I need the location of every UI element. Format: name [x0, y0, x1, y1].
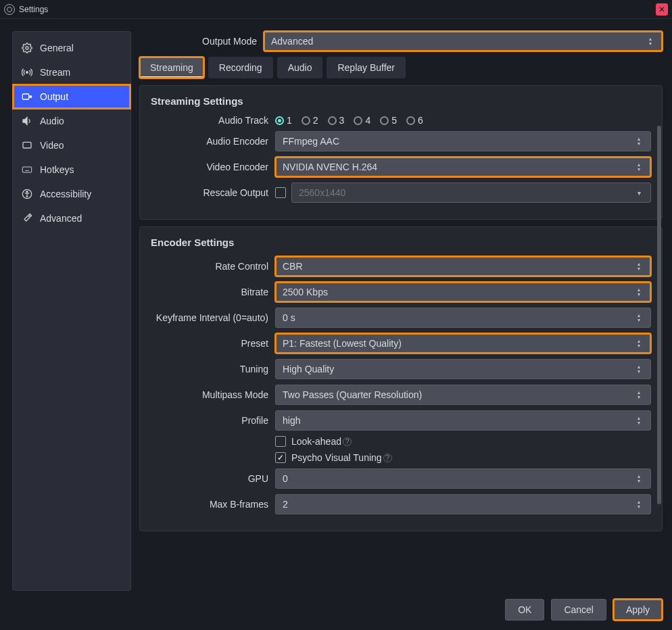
spinner-icon [634, 474, 644, 483]
spinner-icon [634, 287, 644, 297]
audio-track-radio-4[interactable]: 4 [354, 115, 370, 126]
tab-replay-buffer[interactable]: Replay Buffer [327, 57, 406, 78]
streaming-settings-title: Streaming Settings [151, 95, 651, 107]
rate-control-select[interactable]: CBR [275, 256, 651, 276]
spinner-icon [634, 162, 644, 172]
chevron-down-icon [634, 191, 644, 195]
sidebar-item-advanced[interactable]: Advanced [13, 206, 130, 231]
tools-icon [21, 212, 33, 224]
window-title: Settings [19, 5, 48, 14]
rate-control-label: Rate Control [151, 261, 275, 272]
cancel-button[interactable]: Cancel [551, 599, 606, 621]
audio-track-radio-2[interactable]: 2 [302, 115, 318, 126]
encoder-settings-title: Encoder Settings [151, 237, 651, 248]
sidebar-item-label: General [40, 43, 74, 53]
psycho-checkbox[interactable] [275, 452, 286, 463]
sidebar-item-output[interactable]: Output [13, 84, 130, 109]
lookahead-label: Look-ahead [291, 436, 341, 447]
spinner-icon [634, 339, 644, 348]
profile-label: Profile [151, 415, 275, 426]
sidebar-item-label: Stream [40, 67, 70, 78]
tab-audio[interactable]: Audio [277, 57, 323, 78]
sidebar-item-hotkeys[interactable]: Hotkeys [13, 158, 130, 182]
audio-track-radio-1[interactable]: 1 [275, 115, 292, 126]
antenna-icon [21, 66, 33, 78]
keyboard-icon [21, 164, 33, 176]
bitrate-input[interactable]: 2500 Kbps [275, 282, 651, 302]
tuning-select[interactable]: High Quality [275, 359, 651, 379]
output-mode-select[interactable]: Advanced [264, 31, 663, 51]
spinner-icon [634, 364, 644, 374]
tab-streaming[interactable]: Streaming [139, 57, 204, 78]
tab-recording[interactable]: Recording [208, 57, 273, 78]
output-icon [21, 91, 33, 103]
gpu-label: GPU [151, 473, 275, 484]
video-encoder-label: Video Encoder [151, 162, 275, 172]
help-icon[interactable]: ? [383, 454, 392, 462]
output-mode-label: Output Mode [139, 36, 264, 47]
spinner-icon [634, 500, 644, 509]
sidebar-item-general[interactable]: General [13, 36, 130, 60]
gpu-input[interactable]: 0 [275, 468, 651, 489]
multipass-label: Multipass Mode [151, 389, 275, 400]
bframes-label: Max B-frames [151, 499, 275, 510]
multipass-select[interactable]: Two Passes (Quarter Resolution) [275, 385, 651, 405]
settings-sidebar: General Stream Output Audio Video [12, 31, 131, 591]
help-icon[interactable]: ? [343, 437, 352, 446]
apply-button[interactable]: Apply [613, 599, 663, 621]
ok-button[interactable]: OK [505, 599, 544, 621]
svg-point-3 [30, 96, 32, 98]
monitor-icon [21, 139, 33, 151]
sidebar-item-audio[interactable]: Audio [13, 109, 130, 133]
sidebar-item-stream[interactable]: Stream [13, 60, 130, 84]
sidebar-item-label: Audio [40, 116, 64, 126]
svg-point-1 [26, 72, 28, 74]
sidebar-item-accessibility[interactable]: Accessibility [13, 182, 130, 206]
main-panel: Output Mode Advanced Streaming Recording… [139, 31, 663, 591]
sidebar-item-label: Video [40, 140, 64, 151]
keyframe-input[interactable]: 0 s [275, 308, 651, 328]
bframes-input[interactable]: 2 [275, 494, 651, 514]
audio-track-radio-5[interactable]: 5 [380, 115, 397, 126]
svg-point-0 [26, 47, 28, 49]
keyframe-label: Keyframe Interval (0=auto) [151, 312, 275, 323]
titlebar: Settings ✕ [0, 0, 672, 19]
scrollbar-thumb[interactable] [657, 126, 661, 504]
svg-rect-6 [22, 167, 31, 172]
gear-icon [21, 42, 33, 54]
spinner-icon [634, 313, 644, 322]
audio-icon [21, 115, 33, 127]
tuning-label: Tuning [151, 364, 275, 374]
scrollbar-track[interactable] [657, 126, 661, 584]
lookahead-checkbox[interactable] [275, 436, 286, 447]
spinner-icon [634, 390, 644, 399]
sidebar-item-label: Advanced [40, 213, 82, 224]
spinner-icon [634, 262, 644, 271]
sidebar-item-label: Output [40, 91, 68, 102]
psycho-label: Psycho Visual Tuning [291, 452, 382, 463]
audio-track-radios: 1 2 3 4 5 6 [275, 115, 651, 126]
svg-point-13 [26, 191, 28, 193]
sidebar-item-video[interactable]: Video [13, 133, 130, 158]
audio-track-radio-3[interactable]: 3 [328, 115, 345, 126]
sidebar-item-label: Hotkeys [40, 164, 74, 175]
streaming-settings-section: Streaming Settings Audio Track 1 2 3 4 5… [139, 85, 663, 220]
svg-rect-2 [22, 94, 28, 99]
preset-select[interactable]: P1: Fastest (Lowest Quality) [275, 333, 651, 354]
close-button[interactable]: ✕ [656, 3, 668, 16]
spinner-icon [634, 137, 644, 146]
svg-marker-4 [23, 118, 27, 125]
profile-select[interactable]: high [275, 410, 651, 431]
rescale-output-checkbox[interactable] [275, 187, 286, 198]
audio-encoder-select[interactable]: FFmpeg AAC [275, 131, 651, 151]
video-encoder-select[interactable]: NVIDIA NVENC H.264 [275, 157, 651, 177]
preset-label: Preset [151, 338, 275, 349]
rescale-output-label: Rescale Output [151, 187, 275, 198]
spinner-icon [646, 37, 655, 46]
app-logo-icon [4, 4, 15, 15]
audio-track-radio-6[interactable]: 6 [406, 115, 423, 126]
dialog-footer: OK Cancel Apply [0, 591, 672, 629]
audio-track-label: Audio Track [151, 115, 275, 126]
spinner-icon [634, 416, 644, 425]
output-mode-value: Advanced [271, 36, 646, 47]
